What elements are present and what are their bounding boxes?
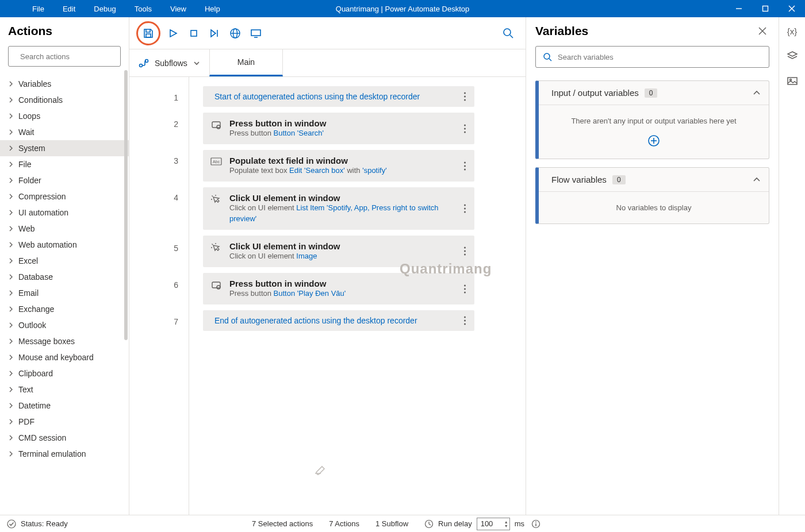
editor-search-button[interactable]	[498, 23, 519, 44]
svg-line-29	[212, 244, 213, 245]
actions-category-variables[interactable]: Variables	[0, 76, 129, 92]
variables-rail-icon[interactable]: {x}	[787, 26, 798, 36]
actions-category-message-boxes[interactable]: Message boxes	[0, 333, 129, 349]
flow-step[interactable]: Click UI element in windowClick on UI el…	[203, 236, 474, 267]
menu-edit[interactable]: Edit	[53, 1, 85, 17]
flow-step[interactable]: Click UI element in windowClick on UI el…	[203, 187, 474, 229]
actions-category-system[interactable]: System	[0, 140, 129, 156]
stop-button[interactable]	[183, 23, 204, 44]
actions-category-clipboard[interactable]: Clipboard	[0, 365, 129, 381]
svg-line-26	[212, 196, 213, 197]
actions-category-folder[interactable]: Folder	[0, 172, 129, 188]
actions-category-label: Text	[18, 385, 33, 394]
run-button[interactable]	[163, 23, 183, 44]
step-menu-button[interactable]	[461, 161, 469, 170]
actions-category-outlook[interactable]: Outlook	[0, 317, 129, 333]
actions-category-mouse-and-keyboard[interactable]: Mouse and keyboard	[0, 349, 129, 365]
actions-category-conditionals[interactable]: Conditionals	[0, 92, 129, 108]
step-description: Press button Button 'Play Đen Vâu'	[229, 288, 453, 299]
actions-category-label: PDF	[18, 417, 34, 426]
maximize-button[interactable]	[752, 0, 779, 17]
menu-tools[interactable]: Tools	[125, 1, 161, 17]
menu-help[interactable]: Help	[195, 1, 229, 17]
actions-category-ui-automation[interactable]: UI automation	[0, 205, 129, 221]
actions-scrollbar[interactable]	[124, 70, 128, 340]
step-menu-button[interactable]	[461, 247, 469, 256]
step-menu-button[interactable]	[461, 205, 469, 213]
chevron-right-icon	[8, 371, 14, 376]
flow-step[interactable]: Press button in windowPress button Butto…	[203, 113, 474, 144]
desktop-recorder-button[interactable]	[246, 23, 266, 44]
info-icon[interactable]	[531, 519, 540, 529]
step-title: Press button in window	[229, 279, 453, 288]
actions-category-wait[interactable]: Wait	[0, 124, 129, 140]
actions-category-web[interactable]: Web	[0, 221, 129, 237]
actions-category-file[interactable]: File	[0, 156, 129, 172]
chevron-right-icon	[8, 129, 14, 135]
step-description: Press button Button 'Search'	[229, 128, 453, 138]
io-variables-collapse-button[interactable]	[753, 89, 761, 97]
actions-category-compression[interactable]: Compression	[0, 188, 129, 205]
actions-category-datetime[interactable]: Datetime	[0, 398, 129, 414]
step-menu-button[interactable]	[461, 284, 469, 293]
line-number: 6	[129, 276, 189, 313]
actions-category-pdf[interactable]: PDF	[0, 414, 129, 430]
run-next-button[interactable]	[204, 23, 225, 44]
run-delay-label: Run delay	[438, 519, 472, 528]
step-menu-button[interactable]	[461, 92, 469, 101]
actions-category-excel[interactable]: Excel	[0, 253, 129, 269]
save-button[interactable]	[138, 23, 159, 44]
variables-search[interactable]	[535, 46, 769, 68]
chevron-right-icon	[8, 97, 14, 103]
actions-category-database[interactable]: Database	[0, 269, 129, 285]
io-variables-count: 0	[645, 88, 658, 98]
run-delay-input[interactable]: 100 ▲▼	[477, 518, 510, 530]
eraser-icon[interactable]	[313, 463, 327, 477]
menu-debug[interactable]: Debug	[85, 1, 125, 17]
images-rail-icon[interactable]	[787, 75, 798, 87]
chevron-right-icon	[8, 258, 14, 264]
step-description: Click on UI element List Item 'Spotify, …	[229, 203, 453, 223]
flow-step[interactable]: Press button in windowPress button Butto…	[203, 273, 474, 304]
close-button[interactable]	[779, 0, 805, 17]
menu-file[interactable]: File	[23, 1, 53, 17]
actions-search-input[interactable]	[20, 52, 117, 61]
actions-category-email[interactable]: Email	[0, 285, 129, 301]
actions-category-loops[interactable]: Loops	[0, 108, 129, 124]
actions-category-label: Database	[18, 272, 53, 282]
actions-search[interactable]	[8, 46, 121, 67]
actions-category-list[interactable]: VariablesConditionalsLoopsWaitSystemFile…	[0, 76, 129, 515]
actions-category-web-automation[interactable]: Web automation	[0, 237, 129, 253]
flow-step[interactable]: AbcPopulate text field in windowPopulate…	[203, 150, 474, 182]
step-menu-button[interactable]	[461, 124, 469, 133]
add-io-variable-button[interactable]	[547, 134, 761, 147]
actions-category-label: Datetime	[18, 401, 51, 410]
subflows-dropdown[interactable]: Subflows	[129, 49, 209, 76]
actions-category-cmd-session[interactable]: CMD session	[0, 430, 129, 446]
actions-panel-title: Actions	[0, 17, 129, 43]
subflows-icon	[139, 59, 149, 68]
flow-step[interactable]: Start of autogenerated actions using the…	[203, 86, 474, 107]
actions-category-text[interactable]: Text	[0, 381, 129, 398]
step-menu-button[interactable]	[461, 317, 469, 325]
flow-step[interactable]: End of autogenerated actions using the d…	[203, 310, 474, 331]
actions-category-label: Compression	[18, 192, 66, 201]
svg-rect-8	[191, 30, 197, 36]
variables-close-button[interactable]	[756, 24, 769, 38]
step-title: Click UI element in window	[229, 193, 453, 203]
variables-search-input[interactable]	[558, 53, 762, 61]
chevron-right-icon	[8, 387, 14, 392]
actions-category-exchange[interactable]: Exchange	[0, 301, 129, 317]
svg-rect-6	[146, 34, 151, 37]
flow-variables-collapse-button[interactable]	[753, 176, 761, 184]
menu-view[interactable]: View	[161, 1, 195, 17]
run-delay-spinner[interactable]: ▲▼	[504, 520, 508, 528]
step-title: Press button in window	[229, 118, 453, 128]
actions-category-terminal-emulation[interactable]: Terminal emulation	[0, 446, 129, 462]
svg-rect-40	[788, 78, 797, 84]
tab-main[interactable]: Main	[209, 49, 283, 76]
ui-elements-rail-icon[interactable]	[787, 50, 798, 61]
step-icon	[210, 193, 223, 205]
minimize-button[interactable]	[726, 0, 752, 17]
web-recorder-button[interactable]	[225, 23, 246, 44]
